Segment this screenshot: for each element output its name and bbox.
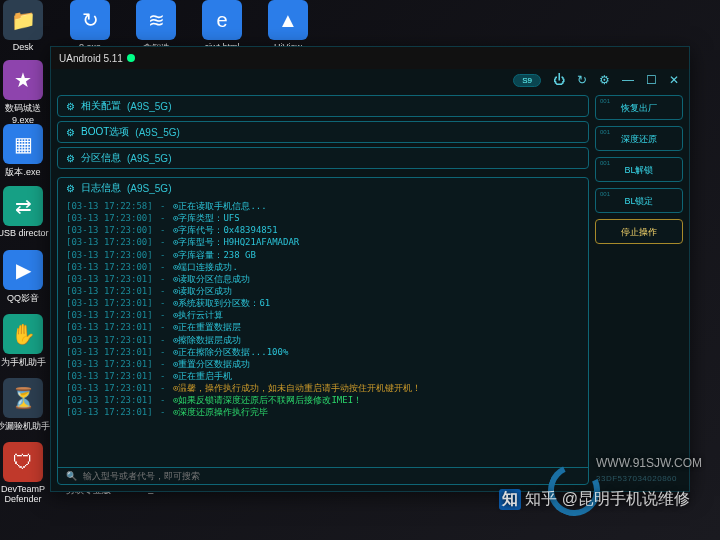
desktop-icon[interactable]: ecjwt.html bbox=[194, 0, 250, 52]
desktop-icon[interactable]: ✋为手机助手 bbox=[0, 314, 51, 369]
maximize-icon[interactable]: ☐ bbox=[646, 73, 657, 87]
app-icon: 📁 bbox=[3, 0, 43, 40]
app-icon: ▦ bbox=[3, 124, 43, 164]
log-line: [03-13 17:23:01] - ⊙读取分区成功 bbox=[66, 285, 580, 297]
log-panel-model: (A9S_5G) bbox=[127, 183, 171, 194]
search-row: 🔍 bbox=[58, 467, 588, 484]
desktop-icon[interactable]: ★数码城送9.exe bbox=[0, 60, 51, 125]
gear-icon: ⚙ bbox=[66, 183, 75, 194]
settings-icon[interactable]: ⚙ bbox=[599, 73, 610, 87]
sidebar-button[interactable]: 001恢复出厂 bbox=[595, 95, 683, 120]
app-icon: ▲ bbox=[268, 0, 308, 40]
desktop-icon-label: 沙漏验机助手 bbox=[0, 420, 51, 433]
sidebar-button-label: 停止操作 bbox=[621, 227, 657, 237]
watermark-author: 知 知乎 @昆明手机说维修 bbox=[499, 489, 690, 510]
refresh-icon[interactable]: ↻ bbox=[577, 73, 587, 87]
desktop-icon[interactable]: ▶QQ影音 bbox=[0, 250, 51, 305]
desktop-icon[interactable]: 📁Desk bbox=[0, 0, 51, 52]
app-icon: ✋ bbox=[3, 314, 43, 354]
sidebar: 001恢复出厂001深度还原001BL解锁001BL锁定停止操作 bbox=[595, 95, 683, 485]
panel-title: BOOT选项 bbox=[81, 125, 129, 139]
sidebar-button-label: 恢复出厂 bbox=[621, 103, 657, 113]
log-line: [03-13 17:23:00] - ⊙端口连接成功. bbox=[66, 261, 580, 273]
log-panel-header[interactable]: ⚙ 日志信息 (A9S_5G) bbox=[58, 178, 588, 198]
status-dot-icon bbox=[127, 54, 135, 62]
desktop-icon[interactable]: ▲HiView bbox=[260, 0, 316, 52]
log-line: [03-13 17:23:01] - ⊙正在擦除分区数据...100% bbox=[66, 346, 580, 358]
desktop-icon-label: 数码城送9.exe bbox=[0, 102, 51, 125]
log-line: [03-13 17:23:01] - ⊙系统获取到分区数：61 bbox=[66, 297, 580, 309]
desktop-icon[interactable]: ⇄USB director bbox=[0, 186, 51, 238]
desktop-icon[interactable]: ↻0.exe bbox=[62, 0, 118, 52]
panel-header[interactable]: ⚙相关配置(A9S_5G) bbox=[58, 96, 588, 116]
app-icon: 🛡 bbox=[3, 442, 43, 482]
panel-title: 相关配置 bbox=[81, 99, 121, 113]
log-line: [03-13 17:23:01] - ⊙执行云计算 bbox=[66, 309, 580, 321]
desktop-icon-label: QQ影音 bbox=[0, 292, 51, 305]
watermark-text: 知乎 @昆明手机说维修 bbox=[525, 489, 690, 510]
app-icon: ⇄ bbox=[3, 186, 43, 226]
desktop-icon-label: 为手机助手 bbox=[0, 356, 51, 369]
desktop-icon[interactable]: ⏳沙漏验机助手 bbox=[0, 378, 51, 433]
panel-header[interactable]: ⚙分区信息(A9S_5G) bbox=[58, 148, 588, 168]
search-input[interactable] bbox=[83, 471, 580, 481]
desktop-icon[interactable]: ▦版本.exe bbox=[0, 124, 51, 179]
log-line: [03-13 17:23:00] - ⊙字库类型：UFS bbox=[66, 212, 580, 224]
collapsible-panel[interactable]: ⚙相关配置(A9S_5G) bbox=[57, 95, 589, 117]
app-icon: ↻ bbox=[70, 0, 110, 40]
log-body: [03-13 17:22:58] - ⊙正在读取手机信息...[03-13 17… bbox=[58, 198, 588, 467]
sidebar-button[interactable]: 001BL解锁 bbox=[595, 157, 683, 182]
sidebar-button[interactable]: 001BL锁定 bbox=[595, 188, 683, 213]
window-title: UAndroid 5.11 bbox=[59, 53, 123, 64]
log-line: [03-13 17:23:01] - ⊙深度还原操作执行完毕 bbox=[66, 406, 580, 418]
desktop-icon-label: 版本.exe bbox=[0, 166, 51, 179]
app-icon: ▶ bbox=[3, 250, 43, 290]
minimize-icon[interactable]: — bbox=[622, 73, 634, 87]
collapsible-panel[interactable]: ⚙BOOT选项(A9S_5G) bbox=[57, 121, 589, 143]
window-toolbar: S9 ⏻ ↻ ⚙ — ☐ ✕ bbox=[51, 69, 689, 91]
log-panel: ⚙ 日志信息 (A9S_5G) [03-13 17:22:58] - ⊙正在读取… bbox=[57, 177, 589, 485]
power-icon[interactable]: ⏻ bbox=[553, 73, 565, 87]
log-line: [03-13 17:23:00] - ⊙字库容量：238 GB bbox=[66, 249, 580, 261]
sidebar-button[interactable]: 001深度还原 bbox=[595, 126, 683, 151]
gear-icon: ⚙ bbox=[66, 127, 75, 138]
sidebar-button-label: BL解锁 bbox=[624, 165, 653, 175]
log-line: [03-13 17:23:01] - ⊙温馨，操作执行成功，如未自动重启请手动按… bbox=[66, 382, 580, 394]
window-titlebar[interactable]: UAndroid 5.11 bbox=[51, 47, 689, 69]
collapsible-panel[interactable]: ⚙分区信息(A9S_5G) bbox=[57, 147, 589, 169]
desktop-icon-label: Desk bbox=[0, 42, 51, 52]
app-icon: ≋ bbox=[136, 0, 176, 40]
log-line: [03-13 17:23:01] - ⊙重置分区数据成功 bbox=[66, 358, 580, 370]
search-icon: 🔍 bbox=[66, 471, 77, 481]
log-line: [03-13 17:23:01] - ⊙正在重置数据层 bbox=[66, 321, 580, 333]
sidebar-button-label: 深度还原 bbox=[621, 134, 657, 144]
log-line: [03-13 17:23:01] - ⊙正在重启手机 bbox=[66, 370, 580, 382]
desktop-icon-label: USB director bbox=[0, 228, 51, 238]
log-line: [03-13 17:23:01] - ⊙擦除数据层成功 bbox=[66, 334, 580, 346]
desktop-icon[interactable]: 🛡DevTeamP Defender bbox=[0, 442, 51, 504]
sidebar-button-num: 001 bbox=[600, 98, 610, 104]
footer-serial: 33DF537034020860 bbox=[596, 474, 677, 483]
gear-icon: ⚙ bbox=[66, 153, 75, 164]
desktop-icon-label: DevTeamP Defender bbox=[0, 484, 51, 504]
close-icon[interactable]: ✕ bbox=[669, 73, 679, 87]
log-line: [03-13 17:23:01] - ⊙读取分区信息成功 bbox=[66, 273, 580, 285]
main-column: ⚙相关配置(A9S_5G)⚙BOOT选项(A9S_5G)⚙分区信息(A9S_5G… bbox=[57, 95, 589, 485]
panel-header[interactable]: ⚙BOOT选项(A9S_5G) bbox=[58, 122, 588, 142]
app-icon: e bbox=[202, 0, 242, 40]
log-line: [03-13 17:23:01] - ⊙如果反锁请深度还原后不联网后接修改IME… bbox=[66, 394, 580, 406]
app-icon: ★ bbox=[3, 60, 43, 100]
sidebar-button-num: 001 bbox=[600, 160, 610, 166]
log-line: [03-13 17:23:00] - ⊙字库代号：0x48394851 bbox=[66, 224, 580, 236]
panel-model: (A9S_5G) bbox=[135, 127, 179, 138]
log-line: [03-13 17:23:00] - ⊙字库型号：H9HQ21AFAMADAR bbox=[66, 236, 580, 248]
sidebar-button[interactable]: 停止操作 bbox=[595, 219, 683, 244]
zhihu-icon: 知 bbox=[499, 489, 521, 510]
panel-title: 分区信息 bbox=[81, 151, 121, 165]
log-line: [03-13 17:22:58] - ⊙正在读取手机信息... bbox=[66, 200, 580, 212]
device-badge[interactable]: S9 bbox=[513, 74, 541, 87]
sidebar-button-num: 001 bbox=[600, 191, 610, 197]
panel-model: (A9S_5G) bbox=[127, 153, 171, 164]
sidebar-button-num: 001 bbox=[600, 129, 610, 135]
panel-model: (A9S_5G) bbox=[127, 101, 171, 112]
